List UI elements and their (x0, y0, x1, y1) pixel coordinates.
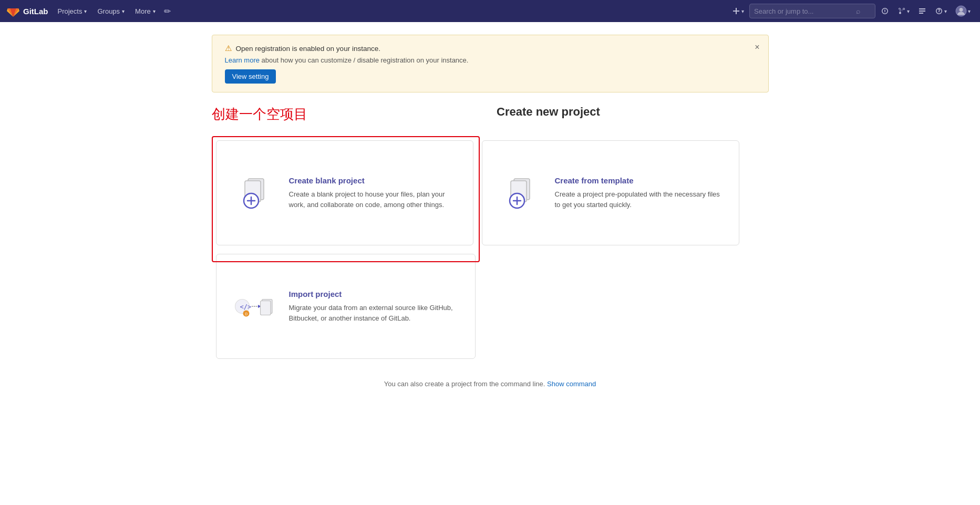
template-project-title: Create from template (555, 176, 724, 185)
bottom-text: You can also create a project from the c… (212, 380, 769, 388)
pencil-icon[interactable]: ✏ (161, 6, 174, 16)
learn-more-link[interactable]: Learn more (225, 56, 262, 64)
cards-container: Create blank project Create a blank proj… (212, 136, 769, 363)
main-content: ⚠ Open registration is enabled on your i… (0, 0, 980, 409)
navbar-right: ▾ ⌕ ▾ ▾ ▾ (729, 0, 974, 22)
show-command-link[interactable]: Show command (547, 380, 596, 388)
user-avatar[interactable]: ▾ (952, 0, 974, 22)
template-project-card[interactable]: Create from template Create a project pr… (482, 140, 739, 245)
help-chevron-icon: ▾ (944, 8, 947, 14)
blank-project-icon (231, 169, 278, 217)
todo-button[interactable] (915, 0, 930, 22)
blank-project-card[interactable]: Create blank project Create a blank proj… (216, 140, 473, 245)
new-dropdown-chevron: ▾ (741, 8, 744, 14)
banner-close-icon[interactable]: × (755, 43, 759, 52)
svg-text:</>: </> (240, 303, 251, 311)
banner-title: ⚠ Open registration is enabled on your i… (225, 44, 756, 53)
nav-groups[interactable]: Groups ▾ (92, 0, 130, 22)
import-project-desc: Migrate your data from an external sourc… (289, 303, 460, 323)
svg-text:D: D (245, 312, 247, 316)
merge-requests-button[interactable]: ▾ (894, 0, 913, 22)
new-item-button[interactable]: ▾ (729, 0, 747, 22)
page-title: Create new project (328, 105, 769, 119)
svg-rect-21 (260, 301, 271, 315)
view-setting-button[interactable]: View setting (225, 69, 276, 84)
chinese-title: 创建一个空项目 (212, 105, 307, 123)
search-icon[interactable]: ⌕ (856, 7, 860, 15)
brand[interactable]: GitLab (6, 4, 48, 18)
import-project-title: Import project (289, 290, 460, 298)
warning-icon: ⚠ (225, 44, 232, 53)
projects-chevron-icon: ▾ (84, 8, 87, 14)
blank-project-title: Create blank project (289, 176, 458, 185)
gitlab-logo-icon (6, 4, 20, 18)
template-project-icon (497, 169, 544, 217)
user-chevron-icon: ▾ (968, 8, 971, 14)
groups-chevron-icon: ▾ (122, 8, 125, 14)
banner-body: Learn more about how you can customize /… (225, 56, 756, 64)
issues-button[interactable] (878, 0, 892, 22)
blank-project-text: Create blank project Create a blank proj… (289, 176, 458, 210)
mr-chevron-icon: ▾ (907, 8, 910, 14)
help-button[interactable]: ▾ (932, 0, 950, 22)
svg-rect-1 (733, 11, 739, 12)
template-project-desc: Create a project pre-populated with the … (555, 189, 724, 210)
blank-project-desc: Create a blank project to house your fil… (289, 189, 458, 210)
svg-point-3 (960, 8, 963, 12)
navbar: GitLab Projects ▾ Groups ▾ More ▾ ✏ ▾ ⌕ … (0, 0, 980, 22)
template-project-text: Create from template Create a project pr… (555, 176, 724, 210)
search-input[interactable] (754, 7, 854, 15)
search-box[interactable]: ⌕ (749, 4, 875, 18)
nav-projects[interactable]: Projects ▾ (53, 0, 92, 22)
nav-more[interactable]: More ▾ (130, 0, 161, 22)
page-title-area: 创建一个空项目 Create new project (212, 105, 769, 123)
import-project-text: Import project Migrate your data from an… (289, 290, 460, 323)
import-project-card[interactable]: </> D Import project Migrate your data f… (216, 254, 476, 359)
import-project-icon: </> D (231, 283, 278, 330)
registration-banner: ⚠ Open registration is enabled on your i… (212, 35, 769, 92)
more-chevron-icon: ▾ (153, 8, 156, 14)
